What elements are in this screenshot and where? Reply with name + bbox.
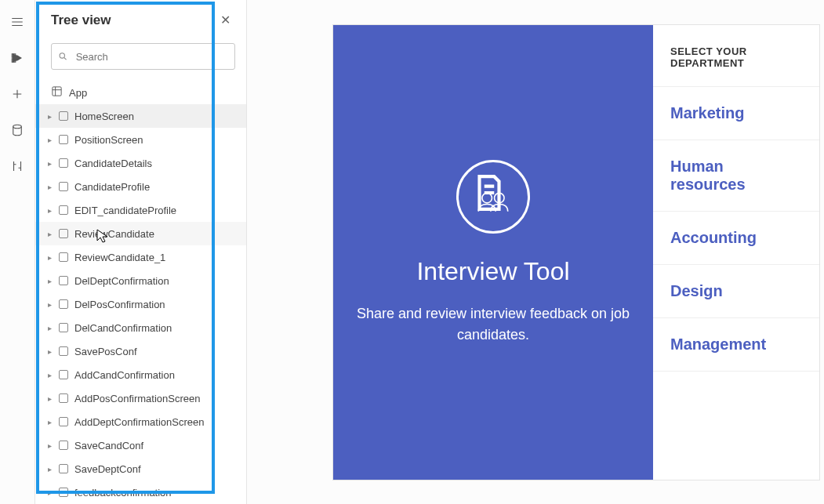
tree-screen-PositionScreen[interactable]: ▸PositionScreen bbox=[35, 128, 246, 151]
tree-app-node[interactable]: App bbox=[35, 81, 246, 104]
chevron-right-icon: ▸ bbox=[48, 159, 56, 168]
chevron-right-icon: ▸ bbox=[48, 253, 56, 262]
app-icon bbox=[51, 85, 63, 100]
app-preview: Interview Tool Share and review intervie… bbox=[333, 25, 819, 480]
screen-icon bbox=[59, 229, 68, 238]
screen-label: ReviewCandidate_1 bbox=[74, 252, 165, 263]
tree-screen-feedbackconfirmation[interactable]: ▸feedbackconfirmation bbox=[35, 480, 246, 504]
tree-screen-ReviewCandidate[interactable]: ▸ReviewCandidate··· bbox=[35, 222, 246, 245]
tree-screen-CandidateProfile[interactable]: ▸CandidateProfile bbox=[35, 175, 246, 198]
screen-icon bbox=[59, 417, 68, 426]
tree-screen-HomeScreen[interactable]: ▸HomeScreen··· bbox=[35, 104, 246, 128]
chevron-right-icon: ▸ bbox=[48, 418, 56, 426]
data-icon[interactable] bbox=[9, 122, 25, 138]
department-item[interactable]: Human resources bbox=[653, 140, 819, 212]
screen-label: CandidateDetails bbox=[74, 158, 152, 169]
department-item[interactable]: Accounting bbox=[653, 212, 819, 265]
tree-screen-SaveCandConf[interactable]: ▸SaveCandConf bbox=[35, 433, 246, 457]
tree-view-panel: Tree view ✕ App ▸HomeScreen···▸PositionS… bbox=[35, 0, 247, 504]
screen-icon bbox=[59, 158, 68, 168]
canvas-area: Interview Tool Share and review intervie… bbox=[247, 0, 824, 504]
tree-screen-DelDeptConfirmation[interactable]: ▸DelDeptConfirmation bbox=[35, 269, 246, 292]
tree-screen-AddDeptConfirmationScreen[interactable]: ▸AddDeptConfirmationScreen bbox=[35, 410, 246, 433]
chevron-right-icon: ▸ bbox=[48, 394, 56, 403]
department-item[interactable]: Marketing bbox=[653, 87, 819, 140]
search-box[interactable] bbox=[51, 43, 235, 70]
chevron-right-icon: ▸ bbox=[48, 277, 56, 285]
chevron-right-icon: ▸ bbox=[48, 465, 56, 473]
screen-label: DelDeptConfirmation bbox=[74, 275, 169, 287]
screen-icon bbox=[59, 464, 68, 473]
screen-icon bbox=[59, 135, 68, 144]
screen-label: SaveCandConf bbox=[74, 440, 143, 451]
screen-label: AddCandConfirmation bbox=[74, 369, 175, 381]
screen-label: SaveDeptConf bbox=[74, 463, 141, 475]
chevron-right-icon: ▸ bbox=[48, 441, 56, 450]
screen-label: AddPosConfirmationScreen bbox=[74, 393, 200, 404]
chevron-right-icon: ▸ bbox=[48, 112, 56, 121]
svg-point-2 bbox=[60, 53, 64, 58]
svg-point-1 bbox=[13, 125, 22, 129]
tree-screen-EDIT_candidateProfile[interactable]: ▸EDIT_candidateProfile bbox=[35, 198, 246, 222]
search-input[interactable] bbox=[74, 50, 228, 63]
screen-label: AddDeptConfirmationScreen bbox=[74, 416, 204, 428]
screen-label: ReviewCandidate bbox=[74, 228, 154, 240]
tree-screen-ReviewCandidate_1[interactable]: ▸ReviewCandidate_1 bbox=[35, 245, 246, 269]
tree-screen-SavePosConf[interactable]: ▸SavePosConf bbox=[35, 339, 246, 363]
preview-hero: Interview Tool Share and review intervie… bbox=[333, 25, 653, 480]
preview-subtitle: Share and review interview feedback on j… bbox=[355, 303, 631, 344]
interview-tool-icon bbox=[456, 160, 530, 234]
settings-icon[interactable] bbox=[9, 158, 25, 174]
tree-view-icon[interactable] bbox=[9, 50, 25, 66]
search-icon bbox=[58, 51, 68, 62]
screen-icon bbox=[59, 323, 68, 332]
chevron-right-icon: ▸ bbox=[48, 347, 56, 356]
preview-title: Interview Tool bbox=[416, 257, 569, 286]
screen-icon bbox=[59, 370, 68, 379]
tree-list: App ▸HomeScreen···▸PositionScreen▸Candid… bbox=[35, 78, 246, 504]
screen-icon bbox=[59, 441, 68, 450]
screen-icon bbox=[59, 393, 68, 403]
screen-label: CandidateProfile bbox=[74, 181, 150, 193]
tree-screen-DelCandConfirmation[interactable]: ▸DelCandConfirmation bbox=[35, 316, 246, 339]
screen-icon bbox=[59, 205, 68, 215]
department-item[interactable]: Management bbox=[653, 318, 819, 372]
tree-screen-SaveDeptConf[interactable]: ▸SaveDeptConf bbox=[35, 457, 246, 480]
screen-label: DelPosConfirmation bbox=[74, 299, 165, 310]
screen-icon bbox=[59, 252, 68, 262]
screen-icon bbox=[59, 182, 68, 191]
svg-rect-3 bbox=[53, 87, 61, 96]
screen-icon bbox=[59, 299, 68, 309]
screen-icon bbox=[59, 276, 68, 285]
screen-icon bbox=[59, 346, 68, 356]
insert-icon[interactable] bbox=[9, 86, 25, 102]
screen-label: EDIT_candidateProfile bbox=[74, 205, 176, 216]
screen-icon bbox=[59, 111, 68, 121]
chevron-right-icon: ▸ bbox=[48, 324, 56, 332]
chevron-right-icon: ▸ bbox=[48, 230, 56, 238]
screen-label: HomeScreen bbox=[74, 111, 134, 122]
chevron-right-icon: ▸ bbox=[48, 371, 56, 379]
screen-label: feedbackconfirmation bbox=[74, 487, 172, 499]
screen-icon bbox=[59, 488, 68, 497]
select-department-header: SELECT YOUR DEPARTMENT bbox=[653, 25, 819, 87]
tree-screen-AddCandConfirmation[interactable]: ▸AddCandConfirmation bbox=[35, 363, 246, 386]
app-label: App bbox=[69, 87, 87, 99]
close-icon[interactable]: ✕ bbox=[216, 9, 235, 31]
tree-screen-AddPosConfirmationScreen[interactable]: ▸AddPosConfirmationScreen bbox=[35, 386, 246, 410]
screen-label: PositionScreen bbox=[74, 134, 143, 146]
screen-label: DelCandConfirmation bbox=[74, 322, 172, 334]
tree-screen-CandidateDetails[interactable]: ▸CandidateDetails bbox=[35, 151, 246, 175]
tree-screen-DelPosConfirmation[interactable]: ▸DelPosConfirmation bbox=[35, 292, 246, 316]
document-icon bbox=[470, 173, 509, 212]
department-item[interactable]: Design bbox=[653, 265, 819, 318]
chevron-right-icon: ▸ bbox=[48, 183, 56, 191]
chevron-right-icon: ▸ bbox=[48, 488, 56, 497]
chevron-right-icon: ▸ bbox=[48, 206, 56, 215]
screen-label: SavePosConf bbox=[74, 346, 137, 357]
tree-view-title: Tree view bbox=[51, 13, 111, 28]
preview-department-list: SELECT YOUR DEPARTMENT MarketingHuman re… bbox=[653, 25, 819, 480]
chevron-right-icon: ▸ bbox=[48, 136, 56, 144]
hamburger-icon[interactable] bbox=[9, 14, 25, 30]
chevron-right-icon: ▸ bbox=[48, 300, 56, 309]
